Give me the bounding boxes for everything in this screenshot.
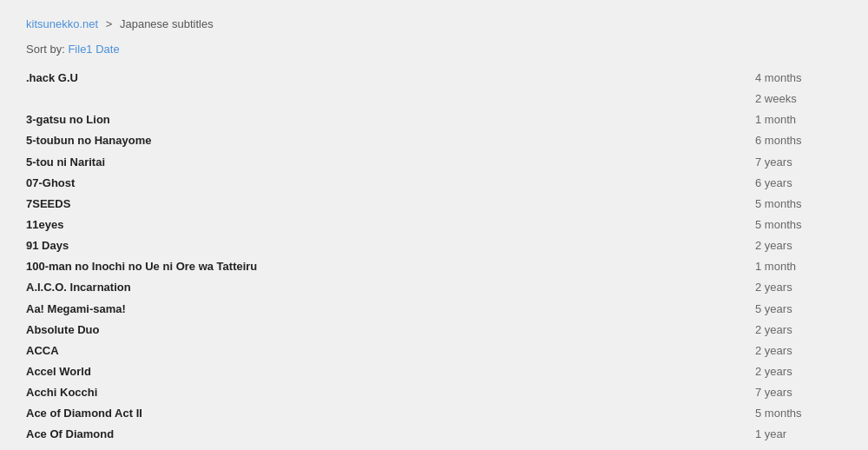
anime-title[interactable]: 3-gatsu no Lion xyxy=(26,111,110,129)
anime-title[interactable]: A Channel xyxy=(26,447,82,450)
list-item: Absolute Duo2 years xyxy=(26,320,842,341)
anime-age: 2 years xyxy=(755,363,842,381)
anime-age: 4 months xyxy=(755,69,842,87)
anime-age: 6 years xyxy=(755,175,842,192)
anime-age: 2 years xyxy=(755,279,842,296)
sort-file1-link[interactable]: File1 xyxy=(68,43,92,56)
sort-date-link[interactable]: Date xyxy=(95,43,119,56)
list-item: 100-man no Inochi no Ue ni Ore wa Tattei… xyxy=(26,256,842,277)
anime-title[interactable]: 11eyes xyxy=(26,216,63,234)
page-container: kitsunekko.net > Japanese subtitles Sort… xyxy=(0,0,868,450)
list-item: 11eyes5 months xyxy=(26,215,842,235)
anime-title[interactable]: 5-toubun no Hanayome xyxy=(26,132,151,149)
list-item: 2 weeks xyxy=(26,89,842,109)
anime-age: 7 years xyxy=(755,154,842,171)
anime-age: 2 years xyxy=(755,342,842,360)
anime-title[interactable]: 5-tou ni Naritai xyxy=(26,154,105,171)
anime-title[interactable]: Absolute Duo xyxy=(26,321,100,339)
breadcrumb-separator: > xyxy=(106,17,113,30)
anime-age: 2 years xyxy=(755,237,842,255)
anime-title[interactable]: 07-Ghost xyxy=(26,175,75,192)
sort-bar: Sort by: File1 Date xyxy=(26,43,842,56)
list-item: A Channel2 years xyxy=(26,446,842,450)
anime-age: 2 weeks xyxy=(755,90,842,108)
anime-title[interactable]: Acchi Kocchi xyxy=(26,384,97,401)
anime-title[interactable]: .hack G.U xyxy=(26,69,78,87)
anime-age: 2 years xyxy=(755,447,842,450)
list-item: Aa! Megami-sama!5 years xyxy=(26,299,842,320)
anime-title[interactable]: Ace of Diamond Act II xyxy=(26,405,142,422)
anime-list: .hack G.U4 months2 weeks3-gatsu no Lion1… xyxy=(26,68,842,450)
list-item: 91 Days2 years xyxy=(26,235,842,256)
list-item: Acchi Kocchi7 years xyxy=(26,382,842,403)
breadcrumb-site-link[interactable]: kitsunekko.net xyxy=(26,17,98,30)
list-item: 07-Ghost6 years xyxy=(26,173,842,194)
anime-age: 6 months xyxy=(755,132,842,149)
anime-title[interactable]: 7SEEDS xyxy=(26,195,70,213)
list-item: 3-gatsu no Lion1 month xyxy=(26,109,842,130)
anime-title[interactable]: A.I.C.O. Incarnation xyxy=(26,279,131,296)
breadcrumb-current: Japanese subtitles xyxy=(120,17,214,30)
list-item: Accel World2 years xyxy=(26,361,842,382)
list-item: Ace Of Diamond1 year xyxy=(26,424,842,445)
anime-age: 7 years xyxy=(755,384,842,401)
list-item: Ace of Diamond Act II5 months xyxy=(26,403,842,424)
anime-title[interactable]: ACCA xyxy=(26,342,59,360)
breadcrumb: kitsunekko.net > Japanese subtitles xyxy=(26,17,842,30)
anime-age: 1 month xyxy=(755,258,842,275)
list-item: ACCA2 years xyxy=(26,341,842,361)
anime-title[interactable]: 100-man no Inochi no Ue ni Ore wa Tattei… xyxy=(26,258,257,275)
anime-age: 1 month xyxy=(755,111,842,129)
anime-age: 5 months xyxy=(755,216,842,234)
list-item: .hack G.U4 months xyxy=(26,68,842,89)
anime-age: 5 months xyxy=(755,195,842,213)
anime-title[interactable]: 91 Days xyxy=(26,237,69,255)
sort-label: Sort by: xyxy=(26,43,68,56)
anime-age: 5 years xyxy=(755,301,842,318)
anime-title[interactable]: Aa! Megami-sama! xyxy=(26,301,126,318)
list-item: A.I.C.O. Incarnation2 years xyxy=(26,277,842,298)
anime-age: 5 months xyxy=(755,405,842,422)
anime-age: 2 years xyxy=(755,321,842,339)
anime-age: 1 year xyxy=(755,426,842,443)
anime-title[interactable]: Accel World xyxy=(26,363,91,381)
anime-title[interactable]: Ace Of Diamond xyxy=(26,426,114,443)
list-item: 5-tou ni Naritai7 years xyxy=(26,152,842,173)
list-item: 5-toubun no Hanayome6 months xyxy=(26,130,842,151)
list-item: 7SEEDS5 months xyxy=(26,194,842,215)
